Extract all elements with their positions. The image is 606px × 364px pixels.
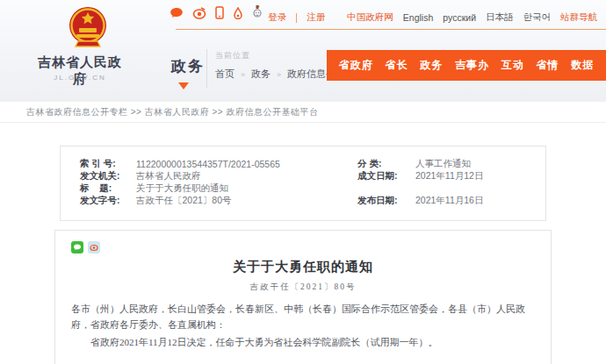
nav-item-provincial-gov[interactable]: 省政府	[339, 58, 373, 73]
doc-agency-value: 吉林省人民政府	[136, 170, 357, 182]
doc-title-label: 标 题:	[80, 182, 136, 195]
site-group-nav-link[interactable]: 站群导航	[560, 11, 597, 24]
lang-english-link[interactable]: English	[403, 12, 433, 23]
china-gov-link[interactable]: 中国政府网	[347, 11, 393, 24]
lang-japanese-link[interactable]: 日本語	[486, 11, 514, 24]
current-location-label: 当前位置	[215, 50, 250, 61]
site-title[interactable]: 吉林省人民政府	[32, 54, 128, 88]
divider	[296, 13, 297, 23]
article-paragraph-body: 省政府2021年11月12日决定，任命于大勇为省社会科学院副院长（试用期一年）。	[71, 334, 535, 350]
main-nav: 省政府 省长 政务 吉事办 互动 省情 数据	[327, 50, 606, 81]
doc-date-published-value: 2021年11月16日	[415, 195, 545, 207]
breadcrumb-separator: »	[277, 70, 281, 79]
lang-korean-link[interactable]: 한국어	[523, 11, 552, 24]
wechat-share-icon[interactable]	[71, 241, 83, 253]
nav-item-jishiban[interactable]: 吉事办	[455, 58, 489, 73]
breadcrumb-home[interactable]: 首页	[215, 68, 234, 81]
share-icon-row	[71, 241, 535, 253]
page: 登录 注册 中国政府网 English русский 日本語 한국어 站群导航	[0, 0, 606, 364]
doc-number-label: 发文字号:	[80, 195, 136, 207]
doc-index-label: 索 引 号:	[80, 158, 136, 170]
mobile-icon[interactable]	[215, 6, 224, 19]
doc-category-value: 人事工作通知	[415, 158, 545, 170]
header-divider-line	[176, 29, 606, 30]
nav-item-zhengwu[interactable]: 政务	[420, 58, 443, 73]
breadcrumb-separator: »	[241, 70, 245, 79]
nav-item-province-info[interactable]: 省情	[537, 58, 559, 73]
doc-category-label: 分 类:	[357, 158, 415, 170]
register-link[interactable]: 注册	[307, 11, 325, 24]
site-domain: JL.GOV.CN	[32, 74, 128, 82]
touch-icon[interactable]	[233, 7, 243, 19]
doc-date-written-value: 2021年11月12日	[415, 170, 545, 182]
weibo-share-icon[interactable]	[88, 241, 100, 253]
lang-russian-link[interactable]: русский	[443, 12, 476, 23]
doc-date-published-label: 发布日期:	[357, 195, 415, 207]
article-doc-number: 吉政干任〔2021〕80号	[71, 282, 535, 293]
caret-down-icon	[178, 82, 189, 89]
site-header: 登录 注册 中国政府网 English русский 日本語 한국어 站群导航	[0, 0, 606, 101]
page-breadcrumb-text[interactable]: 吉林省政府信息公开专栏 >> 吉林省人民政府 >> 政府信息公开基础平台	[26, 106, 318, 118]
article-paragraph-recipients: 各市（州）人民政府，长白山管委会，长春新区、中韩（长春）国际合作示范区管委会，各…	[71, 301, 535, 332]
weibo-icon[interactable]	[192, 7, 206, 19]
doc-agency-label: 发文机关:	[80, 170, 136, 182]
social-icon-row	[170, 5, 263, 20]
login-link[interactable]: 登录	[268, 11, 286, 24]
section-label-zhengwu: 政务	[171, 56, 205, 76]
utility-link-row: 登录 注册 中国政府网 English русский 日本語 한국어 站群导航	[258, 11, 597, 24]
nav-item-interaction[interactable]: 互动	[501, 58, 524, 73]
article-panel: 关于于大勇任职的通知 吉政干任〔2021〕80号 各市（州）人民政府，长白山管委…	[54, 230, 552, 364]
breadcrumb-zhengwu[interactable]: 政务	[251, 68, 271, 81]
doc-date-written-label: 成文日期:	[357, 170, 415, 182]
doc-number-value: 吉政干任〔2021〕80号	[136, 195, 357, 207]
doc-index-value: 11220000013544357T/2021-05565	[136, 159, 357, 169]
doc-title-value: 关于于大勇任职的通知	[136, 182, 357, 195]
doc-info-table: 索 引 号: 11220000013544357T/2021-05565 分 类…	[60, 146, 546, 221]
article-title: 关于于大勇任职的通知	[71, 259, 535, 275]
nav-item-data[interactable]: 数据	[571, 58, 594, 73]
wechat-icon[interactable]	[170, 7, 184, 19]
vertical-divider	[206, 49, 207, 88]
national-emblem-logo	[66, 4, 110, 54]
breadcrumb: 首页 » 政务 » 政府信息公开	[215, 68, 345, 81]
page-breadcrumb-strip: 吉林省政府信息公开专栏 >> 吉林省人民政府 >> 政府信息公开基础平台	[0, 101, 606, 123]
nav-item-governor[interactable]: 省长	[386, 58, 408, 73]
